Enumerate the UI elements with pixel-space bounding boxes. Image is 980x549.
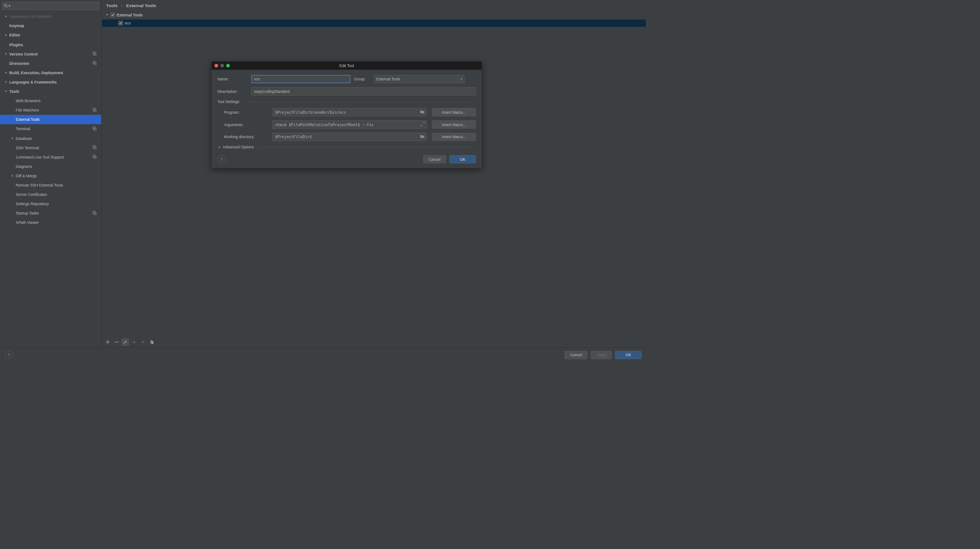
sidebar-item[interactable]: XPath Viewer — [0, 218, 101, 227]
tools-group-row[interactable]: External Tools — [102, 11, 646, 19]
group-value: External Tools — [374, 77, 458, 81]
cancel-button[interactable]: Cancel — [565, 351, 588, 359]
group-label: External Tools — [117, 13, 142, 17]
sidebar-item[interactable]: Startup Tasks — [0, 208, 101, 218]
chevron-right-icon — [4, 14, 8, 18]
arguments-insert-macro-button[interactable]: Insert Macro... — [432, 120, 476, 128]
sidebar-item[interactable]: Tools — [0, 87, 101, 96]
dialog-ok-button[interactable]: OK — [450, 155, 476, 163]
sidebar-item[interactable]: Remote SSH External Tools — [0, 180, 101, 190]
sidebar-item[interactable]: Server Certificates — [0, 190, 101, 199]
sidebar-item[interactable]: Version Control — [0, 49, 101, 59]
workdir-label: Working directory: — [224, 135, 267, 139]
sidebar-item-label: Web Browsers — [16, 99, 99, 103]
sidebar-item-label: Directories — [9, 61, 92, 65]
program-insert-macro-button[interactable]: Insert Macro... — [432, 108, 476, 116]
workdir-insert-macro-button[interactable]: Insert Macro... — [432, 133, 476, 141]
sidebar-item[interactable]: Appearance & Behavior — [0, 12, 101, 21]
sidebar-item[interactable]: SSH Terminal — [0, 143, 101, 152]
chevron-right-icon — [4, 71, 8, 75]
folder-icon[interactable] — [420, 134, 425, 140]
tree-arrow-spacer — [11, 146, 15, 150]
dialog-title: Edit Tool — [340, 64, 354, 68]
sidebar-item-label: Plugins — [9, 42, 98, 47]
window-zoom-icon[interactable] — [226, 64, 230, 68]
help-button[interactable]: ? — [5, 351, 13, 359]
search-input[interactable]: ▾ — [2, 2, 99, 10]
sidebar-item[interactable]: File Watchers — [0, 105, 101, 115]
group-checkbox[interactable] — [111, 12, 115, 17]
sidebar-item[interactable]: Editor — [0, 31, 101, 40]
tree-arrow-spacer — [4, 24, 8, 28]
sidebar-item-label: Terminal — [16, 127, 93, 131]
sidebar-item[interactable]: Diff & Merge — [0, 171, 101, 180]
sidebar-item-label: Database — [16, 136, 99, 140]
tree-arrow-spacer — [11, 127, 15, 131]
description-label: Description: — [217, 89, 248, 94]
sidebar-item[interactable]: Keymap — [0, 21, 101, 30]
sidebar-item-label: Editor — [9, 33, 98, 37]
sidebar-item[interactable]: Command Line Tool Support — [0, 152, 101, 162]
name-field[interactable] — [251, 75, 350, 83]
tree-arrow-spacer — [11, 164, 15, 168]
group-label: Group: — [354, 77, 370, 81]
sidebar-item-label: Server Certificates — [16, 192, 99, 197]
name-label: Name: — [217, 77, 248, 81]
sidebar-item[interactable]: Directories — [0, 59, 101, 68]
sidebar-item[interactable]: Web Browsers — [0, 96, 101, 105]
tool-label: ecs — [125, 21, 130, 25]
move-down-button[interactable] — [139, 338, 146, 346]
sidebar-item[interactable]: Plugins — [0, 40, 101, 49]
chevron-right-icon — [217, 145, 221, 149]
sidebar-item[interactable]: Terminal — [0, 124, 101, 134]
tool-checkbox[interactable] — [118, 21, 123, 26]
sidebar-item-label: Settings Repository — [16, 202, 99, 206]
tree-arrow-spacer — [11, 183, 15, 187]
dialog-cancel-button[interactable]: Cancel — [423, 155, 446, 163]
sidebar-item-label: Version Control — [9, 52, 92, 56]
settings-content: Tools › External Tools External Tools ec… — [102, 0, 646, 347]
settings-tree: Appearance & BehaviorKeymapEditorPlugins… — [0, 12, 101, 347]
folder-icon[interactable] — [420, 109, 425, 115]
description-field[interactable] — [251, 88, 476, 95]
sidebar-item[interactable]: Diagrams — [0, 162, 101, 171]
window-close-icon[interactable] — [214, 64, 218, 68]
advanced-options-toggle[interactable]: Advanced Options — [217, 145, 476, 149]
copy-button[interactable] — [148, 338, 155, 346]
project-settings-icon — [92, 127, 96, 131]
sidebar-item[interactable]: Settings Repository — [0, 199, 101, 208]
workdir-field[interactable]: $ProjectFileDir$ — [273, 133, 427, 141]
tree-arrow-spacer — [11, 221, 15, 225]
ok-button[interactable]: OK — [615, 351, 641, 359]
chevron-right-icon — [4, 33, 8, 37]
dialog-titlebar[interactable]: Edit Tool — [212, 61, 482, 69]
tool-row-ecs[interactable]: ecs — [102, 19, 646, 27]
project-settings-icon — [92, 107, 96, 112]
chevron-down-icon — [458, 75, 464, 83]
group-select[interactable]: External Tools — [374, 75, 464, 83]
breadcrumb: Tools › External Tools — [102, 0, 646, 11]
tools-toolbar — [102, 337, 646, 347]
edit-button[interactable] — [122, 338, 129, 346]
sidebar-item[interactable]: Build, Execution, Deployment — [0, 68, 101, 77]
program-field[interactable]: $ProjectFileDir$/vendor/bin/ecs — [273, 108, 427, 116]
sidebar-item-label: Appearance & Behavior — [9, 14, 98, 19]
breadcrumb-parent[interactable]: Tools — [106, 3, 118, 8]
expand-icon[interactable] — [421, 122, 425, 127]
tree-arrow-spacer — [11, 155, 15, 159]
settings-footer: ? Cancel Apply OK — [0, 347, 646, 362]
tree-arrow-spacer — [11, 211, 15, 215]
sidebar-item-label: SSH Terminal — [16, 145, 93, 150]
sidebar-item[interactable]: Database — [0, 134, 101, 143]
sidebar-item[interactable]: Languages & Frameworks — [0, 77, 101, 87]
project-settings-icon — [92, 155, 96, 159]
remove-button[interactable] — [113, 338, 120, 346]
move-up-button[interactable] — [130, 338, 138, 346]
sidebar-item-label: External Tools — [16, 117, 99, 122]
chevron-right-icon — [4, 80, 8, 84]
add-button[interactable] — [104, 338, 111, 346]
project-settings-icon — [92, 61, 96, 66]
help-button[interactable]: ? — [217, 155, 225, 163]
sidebar-item[interactable]: External Tools — [0, 115, 101, 124]
arguments-field[interactable]: check $FilePathRelativeToProjectRoot$ --… — [273, 120, 427, 128]
